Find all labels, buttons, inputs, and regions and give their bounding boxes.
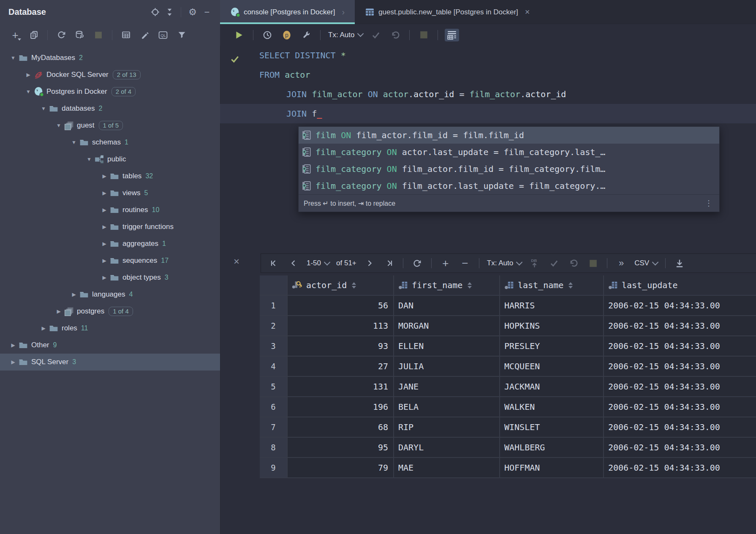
tree-item-aggregates[interactable]: ▶aggregates1	[0, 235, 220, 252]
cell-actor-id[interactable]: 196	[288, 397, 394, 417]
tree-item-other[interactable]: ▶Other9	[0, 337, 220, 354]
collapsed-arrow-icon[interactable]: ▶	[99, 207, 110, 213]
profiler-button[interactable]: p	[280, 29, 294, 41]
tree-item-trigger-functions[interactable]: ▶trigger functions	[0, 218, 220, 235]
tree-item-languages[interactable]: ▶languages4	[0, 286, 220, 303]
sql-editor[interactable]: SELECT DISTINCT *FROM actorJOIN film_act…	[220, 46, 756, 123]
tree-item-object-types[interactable]: ▶object types3	[0, 269, 220, 286]
collapsed-arrow-icon[interactable]: ▶	[99, 224, 110, 230]
tree-item-mydatabases[interactable]: ▼MyDatabases2	[0, 49, 220, 66]
delete-row-button[interactable]: −	[458, 257, 472, 270]
cell-last-update[interactable]: 2006-02-15 04:34:33.00	[604, 438, 756, 458]
cell-last-update[interactable]: 2006-02-15 04:34:33.00	[604, 296, 756, 316]
cell-actor-id[interactable]: 113	[288, 316, 394, 336]
row-number-cell[interactable]: 4	[260, 357, 288, 377]
cell-last-name[interactable]: JACKMAN	[500, 377, 604, 397]
cell-last-update[interactable]: 2006-02-15 04:34:33.00	[604, 357, 756, 377]
tree-item-databases[interactable]: ▼databases2	[0, 100, 220, 117]
expanded-arrow-icon[interactable]: ▼	[38, 106, 49, 112]
more-export-actions-button[interactable]: »	[614, 257, 628, 270]
cell-last-update[interactable]: 2006-02-15 04:34:33.00	[604, 397, 756, 417]
cell-last-update[interactable]: 2006-02-15 04:34:33.00	[604, 458, 756, 478]
cell-last-name[interactable]: MCQUEEN	[500, 357, 604, 377]
row-number-cell[interactable]: 6	[260, 397, 288, 417]
cell-last-name[interactable]: WAHLBERG	[500, 438, 604, 458]
column-header-actor-id[interactable]: actor_id	[288, 275, 394, 296]
rollback-button-results[interactable]	[566, 257, 581, 270]
row-number-cell[interactable]: 7	[260, 417, 288, 438]
console-settings-button[interactable]	[299, 29, 313, 41]
cell-first-name[interactable]: JULIA	[394, 357, 500, 377]
reload-data-button[interactable]	[410, 257, 424, 270]
tx-mode-dropdown-results[interactable]: Tx: Auto	[487, 259, 522, 267]
sort-arrows-icon[interactable]	[468, 282, 472, 289]
row-number-cell[interactable]: 9	[260, 458, 288, 478]
commit-button-results[interactable]	[547, 257, 561, 270]
tab-close-icon[interactable]: ×	[525, 7, 530, 17]
cell-first-name[interactable]: ELLEN	[394, 336, 500, 357]
tree-item-docker-sql-server[interactable]: ▶Docker SQL Server2 of 13	[0, 66, 220, 83]
stop-button-results[interactable]	[586, 257, 600, 270]
cell-last-name[interactable]: HOFFMAN	[500, 458, 604, 478]
completion-item-4[interactable]: film_category ON film_actor.last_update …	[299, 177, 719, 194]
add-row-button[interactable]: +	[438, 257, 453, 270]
refresh-button[interactable]	[54, 29, 68, 41]
prev-page-button[interactable]	[286, 257, 301, 270]
collapsed-arrow-icon[interactable]: ▶	[8, 359, 19, 365]
completion-item-3[interactable]: film_category ON film_actor.film_id = fi…	[299, 161, 719, 177]
row-number-cell[interactable]: 1	[260, 296, 288, 316]
more-options-icon[interactable]: ⋮	[705, 199, 712, 208]
collapsed-arrow-icon[interactable]: ▶	[23, 72, 34, 78]
tx-mode-dropdown[interactable]: Tx: Auto	[328, 31, 363, 39]
cell-first-name[interactable]: BELA	[394, 397, 500, 417]
collapsed-arrow-icon[interactable]: ▶	[99, 258, 110, 264]
cell-actor-id[interactable]: 27	[288, 357, 394, 377]
cell-last-name[interactable]: WALKEN	[500, 397, 604, 417]
collapsed-arrow-icon[interactable]: ▶	[53, 308, 64, 314]
collapsed-arrow-icon[interactable]: ▶	[8, 342, 19, 348]
cell-last-update[interactable]: 2006-02-15 04:34:33.00	[604, 336, 756, 357]
expanded-arrow-icon[interactable]: ▼	[53, 123, 64, 128]
tree-item-postgres-in-docker[interactable]: ▼Postgres in Docker2 of 4	[0, 83, 220, 100]
settings-gear-icon[interactable]: ⚙	[185, 6, 200, 19]
tree-item-postgres[interactable]: ▶postgres1 of 4	[0, 303, 220, 320]
completion-item-2[interactable]: film_category ON actor.last_update = fil…	[299, 144, 719, 161]
cell-last-name[interactable]: PRESLEY	[500, 336, 604, 357]
tab-dropdown-icon[interactable]: ›	[342, 7, 345, 17]
cell-actor-id[interactable]: 131	[288, 377, 394, 397]
export-download-button[interactable]	[672, 257, 687, 270]
cell-first-name[interactable]: DAN	[394, 296, 500, 316]
cell-actor-id[interactable]: 56	[288, 296, 394, 316]
cell-actor-id[interactable]: 93	[288, 336, 394, 357]
cell-last-update[interactable]: 2006-02-15 04:34:33.00	[604, 377, 756, 397]
database-tools-button[interactable]	[73, 29, 87, 41]
first-page-button[interactable]	[267, 257, 281, 270]
column-header-last-update[interactable]: last_update	[604, 275, 756, 296]
cell-actor-id[interactable]: 95	[288, 438, 394, 458]
rollback-button[interactable]	[388, 29, 402, 41]
cell-last-name[interactable]: HOPKINS	[500, 316, 604, 336]
cell-first-name[interactable]: DARYL	[394, 438, 500, 458]
edit-source-button[interactable]	[137, 29, 152, 41]
in-editor-results-toggle[interactable]	[445, 29, 459, 41]
commit-button[interactable]	[369, 29, 383, 41]
tree-item-schemas[interactable]: ▼schemas1	[0, 134, 220, 151]
cell-first-name[interactable]: JANE	[394, 377, 500, 397]
cell-first-name[interactable]: MORGAN	[394, 316, 500, 336]
query-history-button[interactable]	[260, 29, 275, 41]
expanded-arrow-icon[interactable]: ▼	[23, 89, 34, 95]
expanded-arrow-icon[interactable]: ▼	[84, 156, 95, 162]
tree-item-views[interactable]: ▶views5	[0, 185, 220, 202]
filter-button[interactable]	[174, 29, 189, 41]
table-view-button[interactable]	[119, 29, 133, 41]
cell-last-name[interactable]: WINSLET	[500, 417, 604, 438]
tree-item-guest[interactable]: ▼guest1 of 5	[0, 117, 220, 134]
tree-item-roles[interactable]: ▶roles11	[0, 320, 220, 337]
tree-item-sql-server[interactable]: ▶SQL Server3	[0, 354, 220, 371]
cell-last-update[interactable]: 2006-02-15 04:34:33.00	[604, 417, 756, 438]
locate-icon[interactable]	[148, 6, 162, 19]
close-results-icon[interactable]: ×	[230, 255, 243, 268]
collapsed-arrow-icon[interactable]: ▶	[99, 173, 110, 179]
stop-button[interactable]	[91, 29, 106, 41]
column-header-first-name[interactable]: first_name	[394, 275, 500, 296]
